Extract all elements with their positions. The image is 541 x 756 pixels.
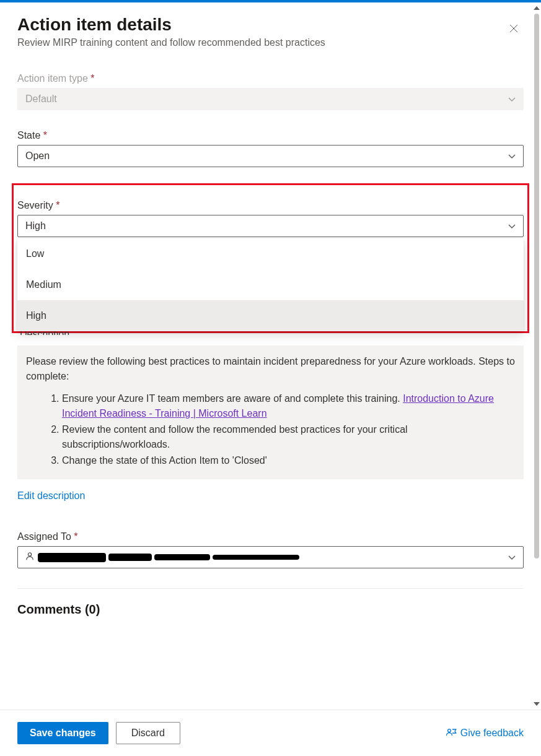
field-severity: Severity * High Low Medium High — [17, 200, 524, 331]
description-box: Please review the following best practic… — [17, 345, 524, 479]
description-step-2: Review the content and follow the recomm… — [62, 422, 515, 452]
person-icon — [25, 552, 34, 563]
redacted-text — [108, 554, 152, 561]
field-state: State * Open — [17, 130, 524, 167]
vertical-scrollbar[interactable] — [532, 5, 541, 707]
field-action-item-type: Action item type * Default — [17, 73, 524, 110]
severity-option-high[interactable]: High — [17, 300, 524, 331]
field-assigned-to: Assigned To * — [17, 531, 524, 568]
save-button[interactable]: Save changes — [17, 722, 108, 744]
chevron-down-icon — [508, 150, 516, 162]
comments-heading: Comments (0) — [17, 602, 524, 617]
chevron-down-icon — [508, 93, 516, 105]
discard-button[interactable]: Discard — [116, 722, 180, 744]
select-value: Default — [25, 93, 57, 105]
select-value: High — [25, 220, 46, 232]
select-value: Open — [25, 150, 50, 162]
description-label-fragment: Description — [20, 331, 69, 335]
footer-bar: Save changes Discard Give feedback — [0, 710, 541, 756]
annotation-highlight: Severity * High Low Medium High Descript… — [12, 183, 529, 333]
page-subtitle: Review MIRP training content and follow … — [17, 37, 325, 48]
redacted-text — [38, 553, 106, 562]
svg-point-0 — [28, 553, 31, 556]
select-severity[interactable]: High — [17, 215, 524, 237]
panel-header: Action item details Review MIRP training… — [17, 15, 524, 73]
label-state: State * — [17, 130, 524, 141]
severity-dropdown: Low Medium High — [17, 238, 524, 331]
severity-option-medium[interactable]: Medium — [17, 269, 524, 300]
description-step-3: Change the state of this Action Item to … — [62, 453, 515, 468]
label-assigned-to: Assigned To * — [17, 531, 524, 542]
description-step-1: Ensure your Azure IT team members are aw… — [62, 391, 515, 421]
scroll-up-arrow-icon[interactable] — [534, 6, 540, 10]
description-intro: Please review the following best practic… — [26, 354, 515, 384]
edit-description-link[interactable]: Edit description — [17, 490, 85, 502]
scroll-down-arrow-icon[interactable] — [534, 702, 540, 706]
select-state[interactable]: Open — [17, 145, 524, 167]
scrollbar-thumb[interactable] — [534, 14, 539, 558]
chevron-down-icon — [508, 220, 516, 232]
section-divider — [17, 588, 524, 589]
svg-point-1 — [447, 729, 451, 732]
detail-panel: Action item details Review MIRP training… — [0, 2, 541, 707]
select-action-item-type: Default — [17, 88, 524, 110]
select-assigned-to[interactable] — [17, 546, 524, 568]
feedback-icon — [446, 728, 457, 739]
severity-option-low[interactable]: Low — [17, 238, 524, 269]
page-title: Action item details — [17, 15, 325, 35]
redacted-text — [154, 554, 210, 560]
give-feedback-link[interactable]: Give feedback — [446, 728, 524, 739]
redacted-text — [213, 555, 299, 560]
label-action-item-type: Action item type * — [17, 73, 524, 84]
close-icon[interactable] — [504, 20, 524, 39]
chevron-down-icon — [508, 552, 516, 563]
label-severity: Severity * — [17, 200, 524, 211]
